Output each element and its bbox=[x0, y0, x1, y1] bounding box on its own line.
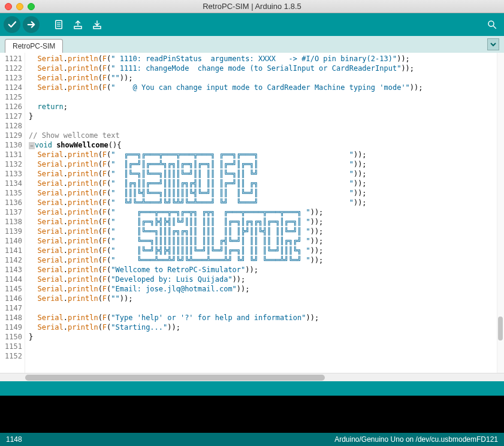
footer-bar: 1148 Arduino/Genuino Uno on /dev/cu.usbm… bbox=[0, 433, 504, 446]
sketch-tab[interactable]: RetroPC-SIM bbox=[5, 39, 63, 53]
arrow-up-icon bbox=[73, 19, 83, 30]
svg-rect-5 bbox=[93, 26, 101, 29]
arrow-down-icon bbox=[92, 19, 102, 30]
arrow-right-icon bbox=[26, 19, 37, 30]
svg-line-7 bbox=[493, 26, 496, 29]
search-icon bbox=[487, 19, 497, 30]
status-bar bbox=[0, 381, 504, 396]
svg-point-6 bbox=[488, 21, 494, 26]
vertical-scrollbar[interactable] bbox=[497, 53, 504, 373]
code-area[interactable]: Serial.println(F(" 1110: readPinStatus a… bbox=[25, 53, 497, 373]
titlebar: RetroPC-SIM | Arduino 1.8.5 bbox=[0, 0, 504, 13]
console-output[interactable] bbox=[0, 396, 504, 433]
svg-rect-4 bbox=[74, 26, 82, 29]
line-number-gutter: 1121 1122 1123 1124 1125 1126 1127 1128 … bbox=[0, 53, 25, 373]
upload-button[interactable] bbox=[23, 16, 40, 33]
tab-bar: RetroPC-SIM bbox=[0, 36, 504, 53]
chevron-down-icon bbox=[490, 41, 496, 47]
check-icon bbox=[7, 19, 17, 30]
tab-menu-button[interactable] bbox=[487, 38, 499, 50]
window-title: RetroPC-SIM | Arduino 1.8.5 bbox=[0, 2, 504, 11]
serial-monitor-button[interactable] bbox=[484, 16, 500, 33]
vertical-scroll-thumb[interactable] bbox=[498, 317, 503, 340]
verify-button[interactable] bbox=[4, 16, 20, 33]
line-number-indicator: 1148 bbox=[6, 435, 22, 444]
new-button[interactable] bbox=[50, 16, 67, 33]
code-editor[interactable]: 1121 1122 1123 1124 1125 1126 1127 1128 … bbox=[0, 53, 504, 373]
board-port-indicator: Arduino/Genuino Uno on /dev/cu.usbmodemF… bbox=[334, 435, 498, 444]
open-button[interactable] bbox=[70, 16, 86, 33]
horizontal-scrollbar[interactable] bbox=[0, 373, 504, 381]
file-icon bbox=[53, 19, 64, 30]
toolbar bbox=[0, 13, 504, 36]
app-window: RetroPC-SIM | Arduino 1.8.5 RetroPC-SIM bbox=[0, 0, 504, 446]
horizontal-scroll-thumb[interactable] bbox=[25, 375, 325, 381]
save-button[interactable] bbox=[89, 16, 105, 33]
